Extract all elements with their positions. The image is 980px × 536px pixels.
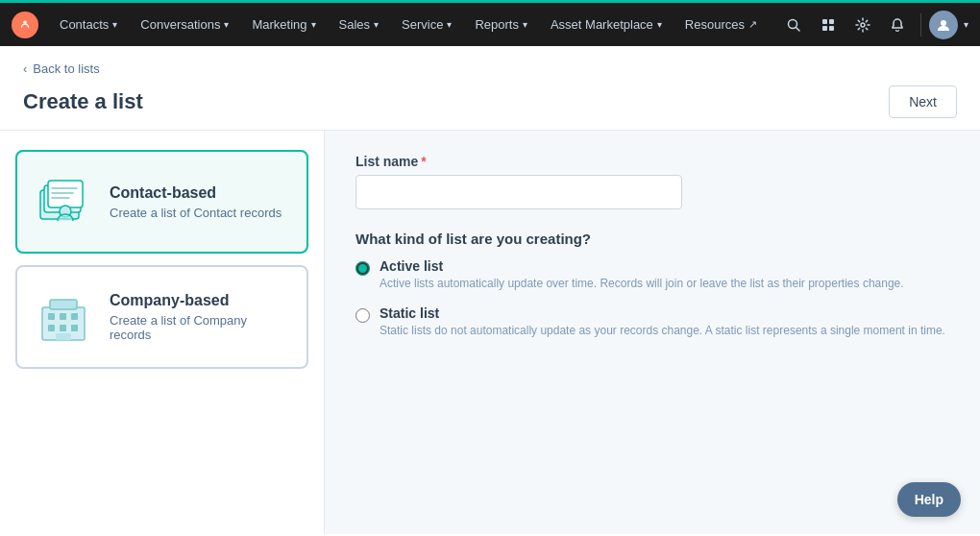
active-list-description: Active lists automatically update over t… <box>380 276 904 292</box>
svg-point-7 <box>861 23 865 27</box>
svg-point-8 <box>941 20 946 26</box>
avatar-chevron-icon[interactable]: ▾ <box>964 19 968 30</box>
nav-contacts[interactable]: Contacts ▾ <box>50 2 127 48</box>
nav-marketing[interactable]: Marketing ▾ <box>242 2 325 48</box>
list-name-label: List name * <box>355 154 949 169</box>
next-button[interactable]: Next <box>889 85 957 118</box>
active-list-radio[interactable] <box>355 261 370 276</box>
apps-icon-button[interactable] <box>813 10 844 40</box>
svg-line-2 <box>796 27 800 31</box>
svg-rect-19 <box>60 313 66 320</box>
static-list-label: Static list <box>380 305 945 321</box>
back-to-lists-link[interactable]: ‹ Back to lists <box>23 61 957 76</box>
svg-rect-23 <box>71 325 78 331</box>
svg-rect-22 <box>60 325 66 331</box>
company-based-icon <box>33 286 94 348</box>
contact-based-title: Contact-based <box>110 184 282 202</box>
active-list-label: Active list <box>380 258 904 274</box>
static-list-option: Static list Static lists do not automati… <box>355 305 949 339</box>
company-based-subtitle: Create a list of Company records <box>110 313 291 342</box>
page-header: ‹ Back to lists Create a list Next <box>0 46 980 131</box>
marketing-caret-icon: ▾ <box>311 19 316 30</box>
contact-based-subtitle: Create a list of Contact records <box>110 206 282 220</box>
help-button[interactable]: Help <box>897 482 961 517</box>
nav-asset-marketplace[interactable]: Asset Marketplace ▾ <box>541 2 672 48</box>
list-form: List name * What kind of list are you cr… <box>325 131 980 534</box>
svg-rect-4 <box>829 19 834 24</box>
asset-marketplace-caret-icon: ▾ <box>657 19 662 30</box>
page-title-row: Create a list Next <box>23 85 957 118</box>
reports-caret-icon: ▾ <box>523 19 527 30</box>
svg-rect-17 <box>50 300 77 309</box>
chevron-left-icon: ‹ <box>23 61 27 76</box>
svg-rect-3 <box>822 19 827 24</box>
svg-rect-11 <box>48 181 83 207</box>
service-caret-icon: ▾ <box>447 19 452 30</box>
external-link-icon: ↗ <box>748 18 757 31</box>
nav-divider <box>920 13 921 37</box>
contact-based-icon <box>33 171 94 232</box>
contacts-caret-icon: ▾ <box>112 19 117 30</box>
nav-resources[interactable]: Resources ↗ <box>675 2 767 48</box>
svg-rect-21 <box>48 325 55 331</box>
list-name-input[interactable] <box>355 175 682 209</box>
company-based-title: Company-based <box>110 292 291 309</box>
list-name-field-group: List name * <box>355 154 949 209</box>
static-list-radio[interactable] <box>355 308 370 323</box>
list-kind-heading: What kind of list are you creating? <box>355 231 949 247</box>
svg-rect-20 <box>71 313 78 320</box>
settings-icon-button[interactable] <box>847 10 878 40</box>
nav-utility-icons: ▾ <box>778 10 968 40</box>
nav-service[interactable]: Service ▾ <box>392 2 461 48</box>
user-avatar[interactable] <box>929 11 958 39</box>
notifications-icon-button[interactable] <box>882 10 913 40</box>
sales-caret-icon: ▾ <box>374 19 379 30</box>
conversations-caret-icon: ▾ <box>224 19 229 30</box>
static-list-description: Static lists do not automatically update… <box>380 323 945 339</box>
svg-rect-24 <box>56 333 71 340</box>
nav-conversations[interactable]: Conversations ▾ <box>131 2 238 48</box>
page-container: ‹ Back to lists Create a list Next <box>0 46 980 536</box>
list-type-selector: Contact-based Create a list of Contact r… <box>0 131 325 534</box>
page-title: Create a list <box>23 89 143 114</box>
body-columns: Contact-based Create a list of Contact r… <box>0 131 980 534</box>
svg-rect-5 <box>822 26 827 31</box>
required-indicator: * <box>421 154 426 169</box>
top-navigation: Contacts ▾ Conversations ▾ Marketing ▾ S… <box>0 0 980 46</box>
svg-rect-18 <box>48 313 55 320</box>
nav-reports[interactable]: Reports ▾ <box>465 2 537 48</box>
contact-based-card[interactable]: Contact-based Create a list of Contact r… <box>15 150 308 254</box>
svg-rect-6 <box>829 26 834 31</box>
nav-sales[interactable]: Sales ▾ <box>330 2 389 48</box>
search-icon-button[interactable] <box>778 10 809 40</box>
active-list-option: Active list Active lists automatically u… <box>355 258 949 292</box>
company-based-card[interactable]: Company-based Create a list of Company r… <box>15 265 308 369</box>
hubspot-logo[interactable] <box>12 12 38 38</box>
